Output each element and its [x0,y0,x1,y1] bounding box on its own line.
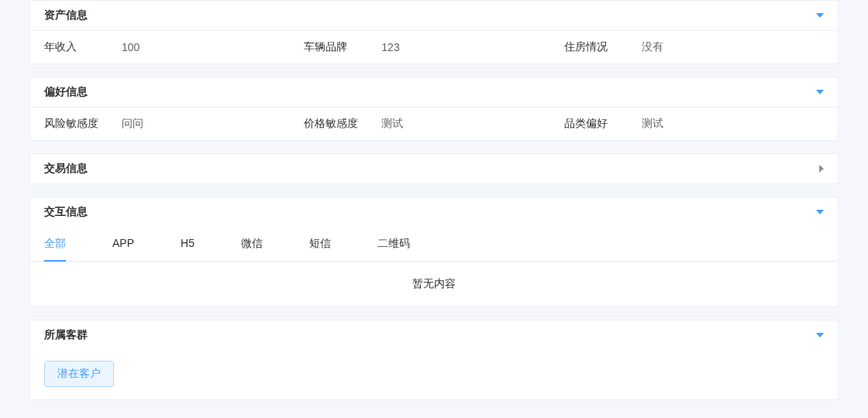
category-value: 测试 [642,117,663,131]
panel-segment-header[interactable]: 所属客群 [30,320,838,350]
chevron-right-icon [819,165,824,173]
chevron-down-icon [816,210,824,214]
housing-value: 没有 [642,40,663,54]
preference-price-cell: 价格敏感度 测试 [304,117,563,131]
tab-sms[interactable]: 短信 [309,228,331,262]
panel-assets: 资产信息 年收入 100 车辆品牌 123 住房情况 没有 [29,0,839,64]
panel-assets-title: 资产信息 [44,9,88,22]
panel-transaction-header[interactable]: 交易信息 [30,154,838,183]
panel-interaction: 交互信息 全部 APP H5 微信 短信 二维码 暂无内容 [29,197,839,307]
panel-segment: 所属客群 潜在客户 [29,320,839,400]
interaction-empty: 暂无内容 [30,262,838,307]
panel-preference-header[interactable]: 偏好信息 [30,77,838,108]
chevron-down-icon [816,13,824,18]
risk-value: 问问 [122,117,143,131]
income-value: 100 [122,41,140,53]
assets-housing-cell: 住房情况 没有 [564,40,824,54]
panel-interaction-title: 交互信息 [44,205,88,219]
panel-preference: 偏好信息 风险敏感度 问问 价格敏感度 测试 品类偏好 测试 [29,77,839,141]
preference-row: 风险敏感度 问问 价格敏感度 测试 品类偏好 测试 [30,108,838,140]
segment-tags: 潜在客户 [30,350,838,399]
panel-preference-title: 偏好信息 [44,85,88,99]
tag-potential-customer[interactable]: 潜在客户 [44,361,114,387]
panel-assets-header[interactable]: 资产信息 [30,1,838,31]
tab-all[interactable]: 全部 [44,228,66,262]
preference-risk-cell: 风险敏感度 问问 [44,117,304,131]
assets-row: 年收入 100 车辆品牌 123 住房情况 没有 [30,31,838,63]
tab-qrcode[interactable]: 二维码 [377,228,410,262]
car-label: 车辆品牌 [304,40,381,54]
income-label: 年收入 [44,40,122,54]
car-value: 123 [381,41,399,53]
panel-interaction-header[interactable]: 交互信息 [30,197,838,227]
preference-category-cell: 品类偏好 测试 [564,117,824,131]
assets-car-cell: 车辆品牌 123 [304,40,563,54]
panel-segment-title: 所属客群 [44,328,88,342]
price-label: 价格敏感度 [304,117,381,131]
risk-label: 风险敏感度 [44,117,122,131]
panel-transaction: 交易信息 [29,153,839,184]
tab-h5[interactable]: H5 [181,228,195,262]
housing-label: 住房情况 [564,40,642,54]
category-label: 品类偏好 [564,117,642,131]
chevron-down-icon [816,90,824,94]
panel-transaction-title: 交易信息 [44,162,88,176]
chevron-down-icon [816,333,824,337]
tab-app[interactable]: APP [112,228,134,262]
interaction-tabs: 全部 APP H5 微信 短信 二维码 [30,227,838,262]
price-value: 测试 [381,117,403,131]
tab-wechat[interactable]: 微信 [241,228,263,262]
assets-income-cell: 年收入 100 [44,40,304,54]
